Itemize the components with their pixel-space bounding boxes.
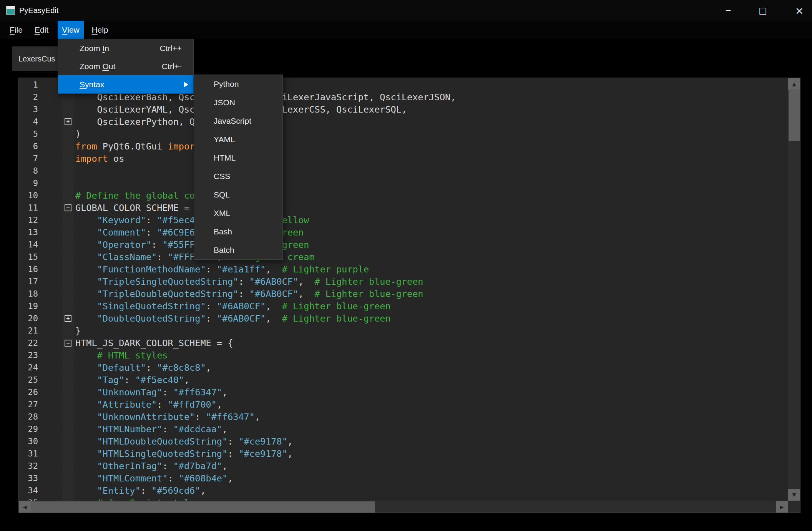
editor-frame: 1234567891011121314151617181920212223242…	[18, 78, 800, 513]
code-line: import os	[19, 153, 788, 165]
code-line: "Tag": "#f5ec40",	[19, 374, 788, 386]
menu-item-label: Zoom In	[58, 44, 109, 53]
code-line: }	[19, 325, 788, 337]
view-menu-item-zoom-out[interactable]: Zoom OutCtrl+-	[58, 57, 193, 75]
code-line: # HTML styles	[19, 349, 788, 362]
app-icon[interactable]	[6, 6, 15, 15]
code-line: QsciLexerYAML, QsciLexerHTML, QsciLexerC…	[19, 103, 788, 116]
scrollbar-corner	[788, 501, 800, 513]
minimize-button[interactable]: ─	[716, 0, 741, 21]
window-title: PyEasyEdit	[19, 0, 58, 21]
code-line: "TripleSingleQuotedString": "#6AB0CF", #…	[19, 275, 788, 288]
menu-item-shortcut: Ctrl++	[160, 44, 193, 53]
code-line: "UnknownAttribute": "#ff6347",	[19, 411, 788, 423]
syntax-option-css[interactable]: CSS	[194, 167, 282, 186]
menubar-item-file[interactable]: File	[5, 21, 28, 39]
menu-item-label: Zoom Out	[58, 62, 115, 71]
tab-label: LexersCus	[18, 55, 55, 63]
view-menu-dropdown: Zoom InCtrl++Zoom OutCtrl+-Syntax	[58, 39, 194, 94]
syntax-option-yaml[interactable]: YAML	[194, 130, 282, 149]
syntax-option-sql[interactable]: SQL	[194, 186, 282, 204]
code-line	[19, 177, 788, 189]
code-line: # Define the global color scheme	[19, 189, 788, 202]
title-bar: PyEasyEdit ─ □ ×	[0, 0, 812, 21]
maximize-icon: □	[759, 5, 767, 15]
scroll-left-icon: ◀	[23, 504, 27, 510]
code-line: "Attribute": "#ffd700",	[19, 398, 788, 411]
syntax-option-bash[interactable]: Bash	[194, 222, 282, 241]
menu-bar: FileEditViewHelp	[0, 21, 812, 39]
code-line: "Keyword": "#f5ec40", # Lighter yellow	[19, 214, 788, 226]
code-line: "HTMLDoubleQuotedString": "#ce9178",	[19, 435, 788, 448]
scroll-down-button[interactable]: ▼	[788, 489, 800, 501]
horizontal-scrollbar[interactable]: ◀ ▶	[19, 501, 788, 513]
code-line: "TripleDoubleQuotedString": "#6AB0CF", #…	[19, 288, 788, 300]
code-line: "OtherInTag": "#d7ba7d",	[19, 460, 788, 472]
code-line: "Operator": "#55FF55", # Lighter green	[19, 239, 788, 251]
horizontal-scroll-thumb[interactable]	[31, 501, 375, 513]
code-line: "HTMLSingleQuotedString": "#ce9178",	[19, 448, 788, 460]
menubar-item-view[interactable]: View	[58, 21, 84, 39]
menu-item-shortcut: Ctrl+-	[162, 62, 193, 71]
syntax-option-xml[interactable]: XML	[194, 204, 282, 222]
code-line: "DoubleQuotedString": "#6AB0CF", # Light…	[19, 312, 788, 325]
vertical-scrollbar[interactable]: ▲ ▼	[788, 78, 800, 501]
scroll-left-button[interactable]: ◀	[19, 501, 31, 513]
code-line: "SingleQuotedString": "#6AB0CF", # Light…	[19, 300, 788, 312]
syntax-option-json[interactable]: JSON	[194, 93, 282, 112]
maximize-button[interactable]: □	[750, 0, 775, 21]
code-line: "HTMLNumber": "#dcdcaa",	[19, 423, 788, 435]
syntax-option-javascript[interactable]: JavaScript	[194, 112, 282, 130]
menubar-item-edit[interactable]: Edit	[30, 21, 53, 39]
scroll-down-icon: ▼	[792, 492, 796, 498]
code-line	[19, 165, 788, 177]
minimize-icon: ─	[726, 6, 731, 15]
scroll-right-icon: ▶	[780, 504, 784, 510]
code-line: )	[19, 128, 788, 140]
scroll-right-button[interactable]: ▶	[776, 501, 788, 513]
submenu-arrow-icon	[184, 82, 188, 87]
scroll-up-button[interactable]: ▲	[788, 78, 800, 90]
code-line: QsciLexerPython, QsciScintilla,	[19, 116, 788, 128]
code-line: "FunctionMethodName": "#e1a1ff", # Light…	[19, 263, 788, 275]
code-line: "Entity": "#569cd6",	[19, 485, 788, 497]
code-editor[interactable]: from PyQt6.Qsci import ( QsciLexerBash, …	[19, 78, 788, 501]
code-line: from PyQt6.QtGui import QColor, QFont	[19, 140, 788, 153]
menu-item-label: Syntax	[58, 80, 104, 89]
code-line: "ClassName": "#FFF8DC", # Lighter cream	[19, 251, 788, 263]
code-line: "HTMLComment": "#608b4e",	[19, 472, 788, 485]
syntax-submenu: PythonJSONJavaScriptYAMLHTMLCSSSQLXMLBas…	[194, 75, 283, 260]
code-line: "Default": "#c8c8c8",	[19, 362, 788, 374]
close-button[interactable]: ×	[787, 0, 812, 21]
close-icon: ×	[795, 5, 804, 17]
code-line: GLOBAL_COLOR_SCHEME = {	[19, 202, 788, 214]
syntax-option-batch[interactable]: Batch	[194, 241, 282, 259]
code-line: # JavaScript styles	[19, 497, 788, 501]
code-line: "UnknownTag": "#ff6347",	[19, 386, 788, 398]
scroll-up-icon: ▲	[792, 81, 796, 87]
code-line: HTML_JS_DARK_COLOR_SCHEME = {	[19, 337, 788, 349]
code-line: "Comment": "#6C9E6C", # Lighter green	[19, 226, 788, 239]
view-menu-item-zoom-in[interactable]: Zoom InCtrl++	[58, 39, 193, 57]
syntax-option-python[interactable]: Python	[194, 75, 282, 93]
view-menu-item-syntax[interactable]: Syntax	[58, 75, 193, 93]
vertical-scroll-thumb[interactable]	[789, 89, 800, 141]
syntax-option-html[interactable]: HTML	[194, 149, 282, 167]
menubar-item-help[interactable]: Help	[88, 21, 112, 39]
